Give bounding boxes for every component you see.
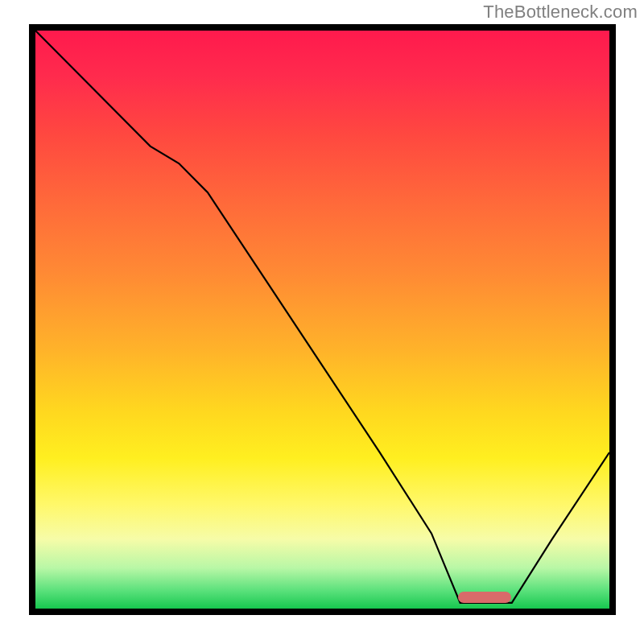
chart-page: TheBottleneck.com: [0, 0, 644, 644]
optimal-range-marker: [458, 592, 511, 603]
plot-area: [35, 31, 609, 609]
watermark-text: TheBottleneck.com: [483, 2, 638, 23]
curve-path: [35, 31, 609, 603]
chart-frame: [29, 24, 616, 615]
curve-svg: [35, 31, 609, 609]
